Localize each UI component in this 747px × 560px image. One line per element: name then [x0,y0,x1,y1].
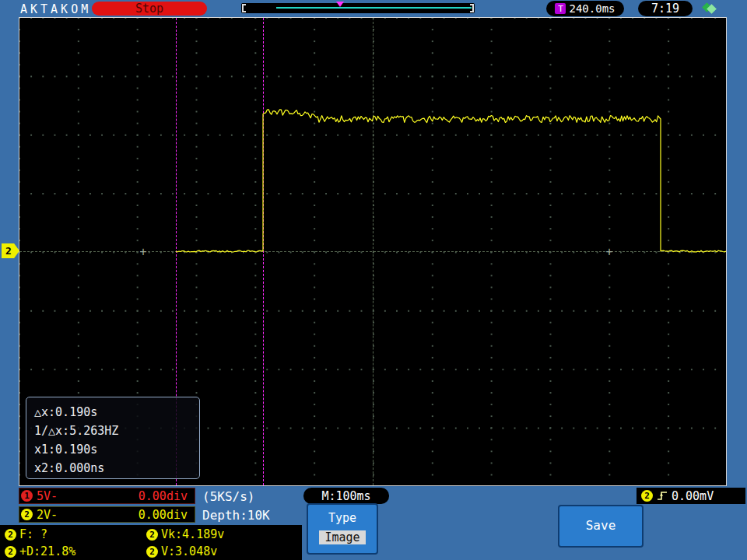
measurement-source-badge: 2 [5,529,16,541]
horizontal-position-bar [241,3,475,13]
trigger-t-icon: T [555,3,566,14]
measurement-value: V:3.048v [161,544,217,558]
cursor-frequency: 1/△x:5.263HZ [34,422,191,440]
oscilloscope-screen: AKTAKOM Stop T 240.0ms 7:19 + + 2 △x:0.1… [0,0,747,560]
trigger-time-value: 240.0ms [569,2,615,15]
trigger-source-badge: 2 [641,490,653,502]
channel2-status: 2 2V- 0.00div [19,506,195,523]
usb-status-icon [701,2,720,16]
measurement-frequency: 2 F: ? [5,527,47,541]
trigger-level-value: 0.00mV [672,489,714,503]
sample-rate: (5KS/s) [202,489,254,504]
measurement-vk: 2 Vk:4.189v [146,527,224,541]
cursor-delta-x: △x:0.190s [34,403,191,422]
trigger-level-status: 2 0.00mV [637,488,745,504]
channel1-status: 1 5V- 0.00div [19,488,195,504]
measurement-value: Vk:4.189v [161,527,224,541]
measurement-duty: 2 +D:21.8% [5,544,75,558]
clock: 7:19 [638,1,693,16]
window-bracket-right-icon [470,4,474,12]
channel1-position: 0.00div [139,489,188,503]
channel1-badge: 1 [21,490,33,502]
channel2-marker: 2 [2,243,19,258]
cursor-measurement-panel: △x:0.190s 1/△x:5.263HZ x1:0.190s x2:0.00… [26,397,200,479]
stop-button[interactable]: Stop [92,2,207,16]
measurement-source-badge: 2 [146,529,158,541]
waveform-display: + + 2 △x:0.190s 1/△x:5.263HZ x1:0.190s x… [19,17,727,486]
type-button[interactable]: Type Image [307,503,378,555]
cursor-x2-value: x2:0.000ns [34,459,191,478]
cursor-x1-value: x1:0.190s [34,440,191,459]
measurement-source-badge: 2 [5,546,16,558]
measurement-value: F: ? [19,527,47,541]
measurement-voltage: 2 V:3.048v [146,544,217,558]
type-button-value: Image [319,530,365,544]
channel2-badge: 2 [21,509,33,520]
type-button-label: Type [308,511,377,525]
brand-logo: AKTAKOM [20,2,91,16]
measurement-value: +D:21.8% [19,544,75,558]
memory-depth: Depth:10K [202,508,270,523]
timebase-badge: M:100ms [303,488,389,504]
trigger-position-marker-icon [336,2,344,7]
measurement-source-badge: 2 [146,546,158,558]
rising-edge-icon [656,490,668,502]
trigger-time-badge: T 240.0ms [546,1,624,16]
memory-window-line [276,7,472,9]
channel2-scale: 2V- [37,508,58,522]
measurements-panel: 2 F: ? 2 Vk:4.189v 2 +D:21.8% 2 V:3.048v [0,525,302,560]
save-button[interactable]: Save [558,505,644,548]
channel1-scale: 5V- [37,489,58,503]
channel2-position: 0.00div [139,508,188,522]
window-bracket-left-icon [242,4,246,12]
